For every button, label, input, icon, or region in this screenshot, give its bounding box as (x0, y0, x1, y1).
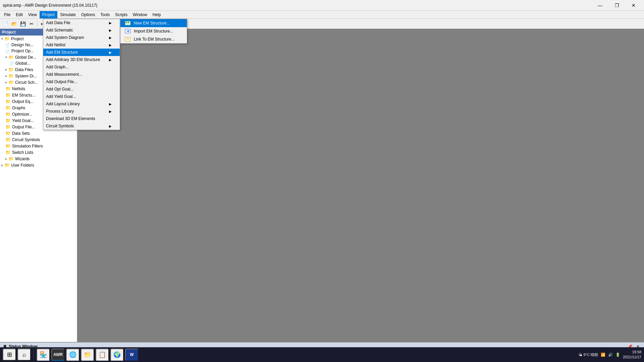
tree-label-circsch: Circuit Sch... (15, 80, 38, 85)
taskbar-awr[interactable]: AWR (51, 349, 65, 361)
tree-label-outputfile: Output File... (12, 125, 35, 129)
tree-item-userfolders[interactable]: ▸ 📁 User Folders (0, 162, 77, 168)
menu-process-library[interactable]: Process Library ▶ (43, 108, 120, 115)
menu-add-em-structure[interactable]: Add EM Structure ▶ (43, 49, 120, 56)
menu-bar: File Edit View Project Simulate Options … (0, 11, 644, 19)
tree-label-circsym: Circuit Symbols (12, 137, 40, 142)
menu-circuit-symbols[interactable]: Circuit Symbols ▶ (43, 122, 120, 130)
menu-options[interactable]: Options (78, 11, 98, 18)
menu-view[interactable]: View (25, 11, 40, 18)
menu-add-opt-goal[interactable]: Add Opt Goal... (43, 85, 120, 93)
datafiles-icon: 📁 (8, 67, 14, 72)
submenu-link-em-structure[interactable]: Link To EM Structure... (120, 35, 187, 43)
canvas-area (77, 29, 644, 342)
toolbar-new[interactable]: 📄 (1, 20, 9, 28)
taskbar-browser2[interactable]: 🌍 (110, 349, 124, 361)
expand-icon-5: ▸ (5, 80, 7, 84)
expand-icon: ▾ (1, 37, 3, 41)
simfilters-icon: 📁 (5, 143, 11, 148)
toolbar-cut[interactable]: ✂ (28, 20, 36, 28)
toolbar-sep-1 (37, 20, 37, 27)
import-em-icon (124, 28, 131, 34)
menu-tools[interactable]: Tools (98, 11, 112, 18)
taskbar: ⊞ ⌕ 🏪 AWR 🌐 📁 📋 🌍 W 🌤 9°C 晴朗 📶 🔊 🔋 19:58… (0, 347, 644, 362)
clock-date: 2021/11/17 (623, 355, 641, 360)
arrow-icon-6: ▶ (109, 58, 112, 62)
taskbar-edge[interactable]: 🌐 (66, 349, 79, 361)
wizards-expand: ▸ (5, 157, 7, 161)
menu-add-netlist[interactable]: Add Netlist ▶ (43, 41, 120, 49)
circsch-icon: 📁 (8, 80, 14, 85)
tree-item-switchlists[interactable]: 📁 Switch Lists (0, 149, 77, 156)
close-button[interactable]: ✕ (626, 1, 641, 10)
tree-label-netlists: Netlists (12, 86, 25, 91)
menu-add-system-diagram[interactable]: Add System Diagram ▶ (43, 34, 120, 41)
arrow-icon-9: ▶ (109, 124, 112, 128)
menu-scripts[interactable]: Scripts (112, 11, 130, 18)
tree-label-design: Design No... (11, 43, 34, 47)
taskbar-word[interactable]: W (125, 349, 139, 361)
start-button[interactable]: ⊞ (3, 349, 16, 361)
arrow-icon-8: ▶ (109, 110, 112, 113)
menu-add-layout-library[interactable]: Add Layout Library ▶ (43, 100, 120, 108)
switchlists-icon: 📁 (5, 150, 11, 155)
expand-icon-3: ▸ (5, 68, 7, 71)
submenu-new-em-structure[interactable]: New EM Structure... (120, 19, 187, 27)
arrow-icon-4: ▶ (109, 43, 112, 47)
expand-icon-2: ▾ (5, 55, 7, 59)
arrow-icon: ▶ (109, 21, 112, 25)
search-button[interactable]: ⌕ (17, 349, 31, 361)
taskbar-explorer[interactable]: 📁 (81, 349, 94, 361)
taskbar-sep (34, 350, 34, 360)
menu-add-schematic[interactable]: Add Schematic ▶ (43, 26, 120, 34)
tree-label-project: Project (11, 37, 23, 41)
menu-add-measurement[interactable]: Add Measurement... (43, 71, 120, 78)
new-em-label: New EM Structure... (134, 21, 170, 25)
taskbar-store[interactable]: 🏪 (37, 349, 50, 361)
menu-add-yield-goal[interactable]: Add Yield Goal... (43, 93, 120, 100)
tree-item-circsym[interactable]: 📁 Circuit Symbols (0, 136, 77, 143)
submenu-import-em-structure[interactable]: Import EM Structure... (120, 27, 187, 35)
toolbar-open[interactable]: 📂 (10, 20, 18, 28)
design-doc-icon: 📄 (5, 43, 10, 47)
tree-label-globaldef: Global De... (15, 55, 36, 60)
system-tray: 🌤 9°C 晴朗 📶 🔊 🔋 19:58 2021/11/17 (579, 350, 641, 360)
outputeq-icon: 📁 (5, 99, 11, 104)
tree-label-graphs: Graphs (12, 106, 25, 110)
tree-label-optimizer: Optimizer... (12, 112, 33, 117)
battery-icon: 🔋 (615, 353, 620, 357)
minimize-button[interactable]: — (592, 1, 608, 10)
optimizer-icon: 📁 (5, 112, 11, 117)
clock-display[interactable]: 19:58 2021/11/17 (623, 350, 641, 360)
project-folder-icon: 📁 (4, 36, 10, 41)
menu-file[interactable]: File (1, 11, 13, 18)
emstruct-icon: 📁 (5, 93, 11, 98)
sysdiag-icon: 📁 (8, 73, 14, 78)
new-em-icon (124, 20, 131, 26)
userfolders-icon: 📁 (4, 163, 10, 168)
link-em-label: Link To EM Structure... (134, 37, 174, 42)
menu-edit[interactable]: Edit (13, 11, 25, 18)
tree-item-simfilters[interactable]: 📁 Simulation Filters (0, 143, 77, 149)
link-em-icon (124, 37, 131, 42)
menu-add-data-file[interactable]: Add Data File ▶ (43, 19, 120, 26)
tree-item-wizards[interactable]: ▸ 📁 Wizards (0, 156, 77, 162)
menu-add-arbitrary-3d[interactable]: Add Arbitrary 3D EM Structure ▶ (43, 56, 120, 63)
taskbar-tasks[interactable]: 📋 (96, 349, 109, 361)
menu-add-graph[interactable]: Add Graph... (43, 63, 120, 71)
tree-item-datasets[interactable]: 📁 Data Sets (0, 130, 77, 136)
menu-add-output-file[interactable]: Add Output File... (43, 78, 120, 85)
arrow-icon-7: ▶ (109, 102, 112, 106)
import-em-label: Import EM Structure... (134, 29, 173, 34)
arrow-icon-3: ▶ (109, 36, 112, 40)
circsym-icon: 📁 (5, 137, 11, 142)
toolbar-save[interactable]: 💾 (19, 20, 27, 28)
maximize-button[interactable]: ❐ (609, 1, 625, 10)
menu-project[interactable]: Project (40, 11, 57, 18)
menu-window[interactable]: Window (130, 11, 150, 18)
tree-label-outputeq: Output Eq... (12, 99, 34, 104)
menu-simulate[interactable]: Simulate (57, 11, 78, 18)
menu-download-3d-em[interactable]: Download 3D EM Elements (43, 115, 120, 122)
tree-label-global: Global... (15, 61, 31, 66)
menu-help[interactable]: Help (150, 11, 164, 18)
